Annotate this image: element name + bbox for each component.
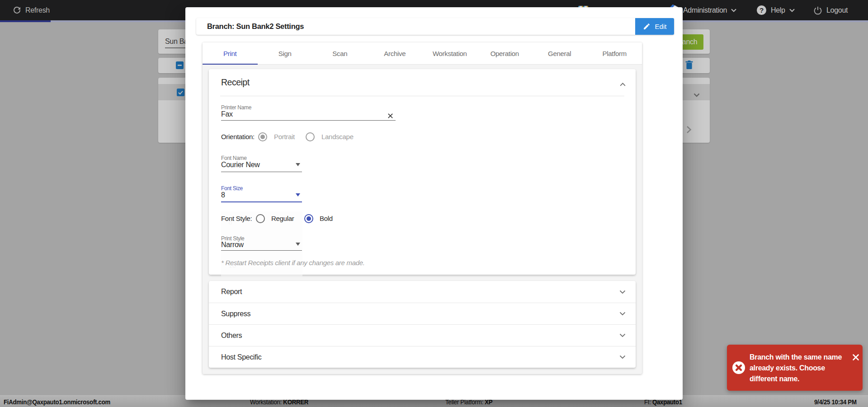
radio-portrait[interactable] <box>258 132 267 141</box>
help-menu[interactable]: ? Help <box>756 0 795 20</box>
radio-dot <box>260 135 265 139</box>
chevron-down-icon <box>619 312 626 316</box>
radio-landscape-label: Landscape <box>321 133 354 140</box>
chevron-down-icon <box>619 355 626 359</box>
chevron-down-icon <box>619 290 626 294</box>
dropdown-arrow-icon <box>296 163 300 166</box>
select-underline <box>221 172 302 172</box>
active-nav-indicator <box>0 20 51 22</box>
font-size-label: Font Size <box>221 185 243 192</box>
section-others[interactable]: Others <box>209 324 636 346</box>
font-style-label: Font Style: <box>221 215 252 222</box>
collapsed-sections: ReportSuppressOthersHost Specific <box>209 281 636 368</box>
logged-in-user: FiAdmin@Qaxpauto1.onmicrosoft.com <box>4 398 110 406</box>
tab-workstation[interactable]: Workstation <box>422 42 477 65</box>
error-icon <box>732 361 745 376</box>
receipt-panel: 8910 Receipt Printer Name Fax Orientatio… <box>209 69 636 275</box>
chevron-down-icon <box>789 9 795 12</box>
settings-tab-card: PrintSignScanArchiveWorkstationOperation… <box>203 42 642 374</box>
refresh-button[interactable]: Refresh <box>13 0 50 20</box>
print-style-select[interactable]: Narrow <box>221 241 244 249</box>
radio-regular[interactable] <box>256 214 265 223</box>
section-host-specific[interactable]: Host Specific <box>209 346 636 368</box>
tab-sign[interactable]: Sign <box>258 42 313 65</box>
help-icon: ? <box>756 5 767 15</box>
error-toast: Branch with the same name already exists… <box>727 345 863 391</box>
svg-text:?: ? <box>760 6 764 14</box>
pencil-icon <box>643 23 651 30</box>
toast-close-button[interactable] <box>852 354 859 361</box>
radio-ring <box>256 214 265 223</box>
refresh-icon <box>13 6 21 14</box>
dropdown-arrow-icon <box>296 193 300 196</box>
tab-operation[interactable]: Operation <box>477 42 533 65</box>
font-name-select[interactable]: Courier New <box>221 161 260 169</box>
chevron-up-icon <box>620 83 626 86</box>
indeterminate-icon <box>176 62 183 69</box>
divider <box>220 96 624 96</box>
toast-message: Branch with the same name already exists… <box>750 352 854 384</box>
toast-message-line: already exists. Choose <box>750 363 854 374</box>
delete-branch-button[interactable] <box>685 61 693 71</box>
trash-icon <box>685 61 693 69</box>
chevron-right-icon <box>686 126 692 134</box>
restart-note: * Restart Receipts client if any changes… <box>221 259 365 267</box>
radio-ring <box>306 132 315 141</box>
radio-bold[interactable] <box>304 214 313 223</box>
input-underline <box>221 120 396 121</box>
dialog-header: Branch: Sun Bank2 Settings Edit <box>196 18 674 35</box>
printer-name-input[interactable]: Fax <box>221 110 233 118</box>
section-title: Host Specific <box>221 353 261 361</box>
collapse-chevron-up-icon[interactable] <box>620 80 626 88</box>
radio-portrait-label: Portrait <box>274 133 295 140</box>
branch-settings-dialog: Branch: Sun Bank2 Settings Edit PrintSig… <box>185 7 683 400</box>
section-title: Report <box>221 288 242 296</box>
toast-message-line: different name. <box>750 374 854 384</box>
radio-regular-label: Regular <box>271 215 294 222</box>
select-underline <box>221 250 302 251</box>
orientation-label: Orientation: <box>221 133 255 140</box>
tab-archive[interactable]: Archive <box>368 42 423 65</box>
active-tab-indicator <box>203 64 258 65</box>
administration-label: Administration <box>683 6 727 14</box>
radio-bold-label: Bold <box>320 215 333 222</box>
help-label: Help <box>771 6 785 14</box>
font-name-label: Font Name <box>221 155 247 161</box>
tab-print[interactable]: Print <box>203 42 258 65</box>
receipt-panel-title: Receipt <box>221 77 250 88</box>
dropdown-arrow-icon <box>296 243 300 246</box>
row-expand-chevron[interactable] <box>693 91 700 99</box>
printer-name-label: Printer Name <box>221 104 251 111</box>
logout-label: Logout <box>826 6 848 14</box>
close-x-icon <box>852 354 859 361</box>
section-report[interactable]: Report <box>209 281 636 303</box>
radio-landscape[interactable] <box>306 132 315 141</box>
font-size-select[interactable]: 8 <box>221 191 225 199</box>
chevron-down-icon <box>693 93 700 97</box>
tab-platform[interactable]: Platform <box>587 42 642 65</box>
check-icon <box>177 89 184 96</box>
paginator-next-button[interactable] <box>686 126 692 136</box>
power-icon <box>813 6 822 15</box>
section-suppress[interactable]: Suppress <box>209 303 636 324</box>
clear-printer-button[interactable] <box>388 112 393 117</box>
dialog-title: Branch: Sun Bank2 Settings <box>207 18 304 35</box>
select-underline-focused <box>221 201 302 202</box>
administration-menu[interactable]: Administration <box>683 0 736 20</box>
error-circle-x-icon <box>732 361 745 374</box>
settings-tabs: PrintSignScanArchiveWorkstationOperation… <box>203 42 642 65</box>
clear-x-icon <box>388 113 393 118</box>
logout-button[interactable]: Logout <box>813 0 848 20</box>
toast-message-line: Branch with the same name <box>750 352 854 363</box>
row-checkbox[interactable] <box>177 89 184 96</box>
edit-label: Edit <box>655 23 667 30</box>
tab-scan[interactable]: Scan <box>312 42 368 65</box>
chevron-down-icon <box>731 9 736 12</box>
input-underline <box>165 47 185 48</box>
datetime-status: 9/4/25 10:34 PM <box>814 398 857 406</box>
tab-general[interactable]: General <box>532 42 587 65</box>
chevron-down-icon <box>619 333 626 337</box>
section-title: Others <box>221 332 242 340</box>
edit-button[interactable]: Edit <box>635 18 674 35</box>
select-all-checkbox[interactable] <box>176 61 184 69</box>
